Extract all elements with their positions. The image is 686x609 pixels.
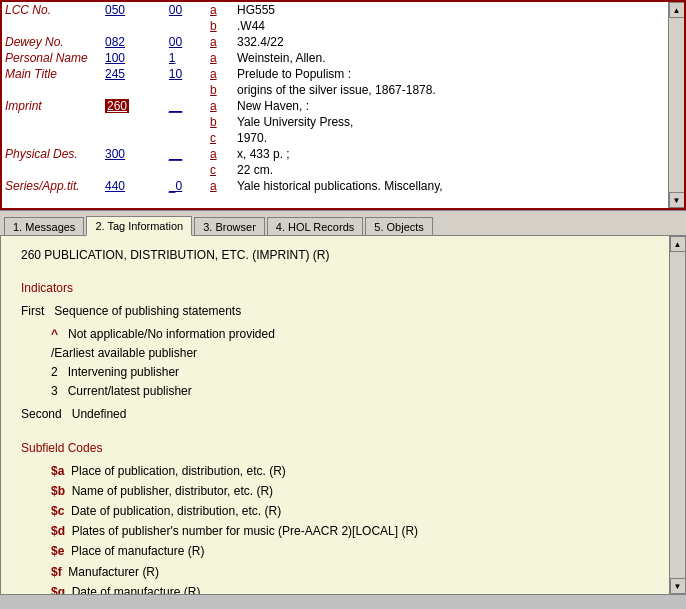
field-ind-245[interactable]: 10: [169, 67, 182, 81]
sub-code-b: $b: [51, 484, 65, 498]
subfield-g: $g Date of manufacture (R): [51, 583, 665, 595]
field-num-245[interactable]: 245: [105, 67, 125, 81]
tabs-bar: 1. Messages 2. Tag Information 3. Browse…: [0, 210, 686, 235]
field-label-lcc: LCC No.: [2, 2, 102, 18]
sub-desc-e: Place of manufacture (R): [71, 544, 204, 558]
catalog-section: LCC No. 050 00 a HG555 b .W44 Dewey No. …: [0, 0, 686, 210]
field-num-300[interactable]: 300: [105, 147, 125, 161]
field-sub-440a[interactable]: a: [210, 179, 217, 193]
tag-line: 260 PUBLICATION, DISTRIBUTION, ETC. (IMP…: [21, 246, 665, 265]
field-val-245b: origins of the silver issue, 1867-1878.: [234, 82, 684, 98]
field-sub-260b[interactable]: b: [210, 115, 217, 129]
field-sub-300a[interactable]: a: [210, 147, 217, 161]
field-sub-050a[interactable]: a: [210, 3, 217, 17]
field-sub-245b[interactable]: b: [210, 83, 217, 97]
tab-hol-records[interactable]: 4. HOL Records: [267, 217, 363, 236]
opt-code-caret: ^: [51, 327, 58, 341]
field-val-082a: 332.4/22: [234, 34, 684, 50]
field-num-082[interactable]: 082: [105, 35, 125, 49]
table-row: Personal Name 100 1 a Weinstein, Allen.: [2, 50, 684, 66]
first-desc: Sequence of publishing statements: [54, 304, 241, 318]
info-content: 260 PUBLICATION, DISTRIBUTION, ETC. (IMP…: [21, 246, 665, 595]
field-ind-082[interactable]: 00: [169, 35, 182, 49]
field-val-260b: Yale University Press,: [234, 114, 684, 130]
field-num-260[interactable]: 260: [105, 99, 129, 113]
first-row: First Sequence of publishing statements: [21, 302, 665, 321]
opt-desc-slash: /Earliest available publisher: [51, 346, 197, 360]
subfield-f: $f Manufacturer (R): [51, 563, 665, 582]
sub-code-c: $c: [51, 504, 64, 518]
field-label-title: Main Title: [2, 66, 102, 82]
field-val-300c: 22 cm.: [234, 162, 684, 178]
field-ind-300[interactable]: __: [169, 147, 182, 161]
sub-code-a: $a: [51, 464, 64, 478]
field-sub-260a[interactable]: a: [210, 99, 217, 113]
opt-desc-caret: Not applicable/No information provided: [68, 327, 275, 341]
info-panel: 260 PUBLICATION, DISTRIBUTION, ETC. (IMP…: [0, 235, 686, 595]
table-row: Dewey No. 082 00 a 332.4/22: [2, 34, 684, 50]
sub-desc-c: Date of publication, distribution, etc. …: [71, 504, 281, 518]
field-ind-100[interactable]: 1: [169, 51, 176, 65]
opt-desc-3: Current/latest publisher: [68, 384, 192, 398]
tab-objects[interactable]: 5. Objects: [365, 217, 433, 236]
field-sub-100a[interactable]: a: [210, 51, 217, 65]
tab-messages[interactable]: 1. Messages: [4, 217, 84, 236]
scroll-track[interactable]: [669, 18, 684, 192]
second-label: Second: [21, 407, 62, 421]
sub-code-f: $f: [51, 565, 62, 579]
subfield-codes-section: Subfield Codes $a Place of publication, …: [21, 439, 665, 596]
field-ind-260[interactable]: __: [169, 99, 182, 113]
field-sub-245a[interactable]: a: [210, 67, 217, 81]
field-val-260a: New Haven, :: [234, 98, 684, 114]
indicators-title: Indicators: [21, 279, 665, 298]
scroll-up-btn[interactable]: ▲: [669, 2, 685, 18]
tab-browser[interactable]: 3. Browser: [194, 217, 265, 236]
second-row: Second Undefined: [21, 405, 665, 424]
field-val-260c: 1970.: [234, 130, 684, 146]
table-row: Physical Des. 300 __ a x, 433 p. ;: [2, 146, 684, 162]
field-val-050a: HG555: [234, 2, 684, 18]
opt-code-2: 2: [51, 365, 58, 379]
field-num-100[interactable]: 100: [105, 51, 125, 65]
table-row: b .W44: [2, 18, 684, 34]
opt-desc-2: Intervening publisher: [68, 365, 179, 379]
field-ind-440[interactable]: _0: [169, 179, 182, 193]
table-row: Imprint 260 __ a New Haven, :: [2, 98, 684, 114]
field-sub-260c[interactable]: c: [210, 131, 216, 145]
catalog-scrollbar[interactable]: ▲ ▼: [668, 2, 684, 208]
field-sub-050b[interactable]: b: [210, 19, 217, 33]
sub-desc-a: Place of publication, distribution, etc.…: [71, 464, 286, 478]
field-label-series: Series/App.tit.: [2, 178, 102, 194]
table-row: LCC No. 050 00 a HG555: [2, 2, 684, 18]
sub-desc-b: Name of publisher, distributor, etc. (R): [72, 484, 273, 498]
sub-desc-d: Plates of publisher's number for music (…: [72, 524, 418, 538]
table-row: Series/App.tit. 440 _0 a Yale historical…: [2, 178, 684, 194]
first-opt-3: 3 Current/latest publisher: [51, 382, 665, 401]
info-scrollbar[interactable]: ▲ ▼: [669, 236, 685, 594]
field-label-imprint: Imprint: [2, 98, 102, 114]
info-scroll-down-btn[interactable]: ▼: [670, 578, 686, 594]
field-num-440[interactable]: 440: [105, 179, 125, 193]
tab-tag-information[interactable]: 2. Tag Information: [86, 216, 192, 236]
table-row: b Yale University Press,: [2, 114, 684, 130]
field-label-personal: Personal Name: [2, 50, 102, 66]
info-scroll-up-btn[interactable]: ▲: [670, 236, 686, 252]
first-opt-1: /Earliest available publisher: [51, 344, 665, 363]
field-val-050b: .W44: [234, 18, 684, 34]
field-val-100a: Weinstein, Allen.: [234, 50, 684, 66]
second-desc: Undefined: [72, 407, 127, 421]
first-label: First: [21, 304, 44, 318]
field-num-050[interactable]: 050: [105, 3, 125, 17]
sub-desc-f: Manufacturer (R): [68, 565, 159, 579]
subfield-a: $a Place of publication, distribution, e…: [51, 462, 665, 481]
field-sub-300c[interactable]: c: [210, 163, 216, 177]
field-label-dewey: Dewey No.: [2, 34, 102, 50]
first-opt-0: ^ Not applicable/No information provided: [51, 325, 665, 344]
scroll-down-btn[interactable]: ▼: [669, 192, 685, 208]
field-sub-082a[interactable]: a: [210, 35, 217, 49]
info-scroll-track[interactable]: [670, 252, 685, 578]
field-ind-050[interactable]: 00: [169, 3, 182, 17]
sub-code-g: $g: [51, 585, 65, 595]
sub-code-d: $d: [51, 524, 65, 538]
field-val-300a: x, 433 p. ;: [234, 146, 684, 162]
